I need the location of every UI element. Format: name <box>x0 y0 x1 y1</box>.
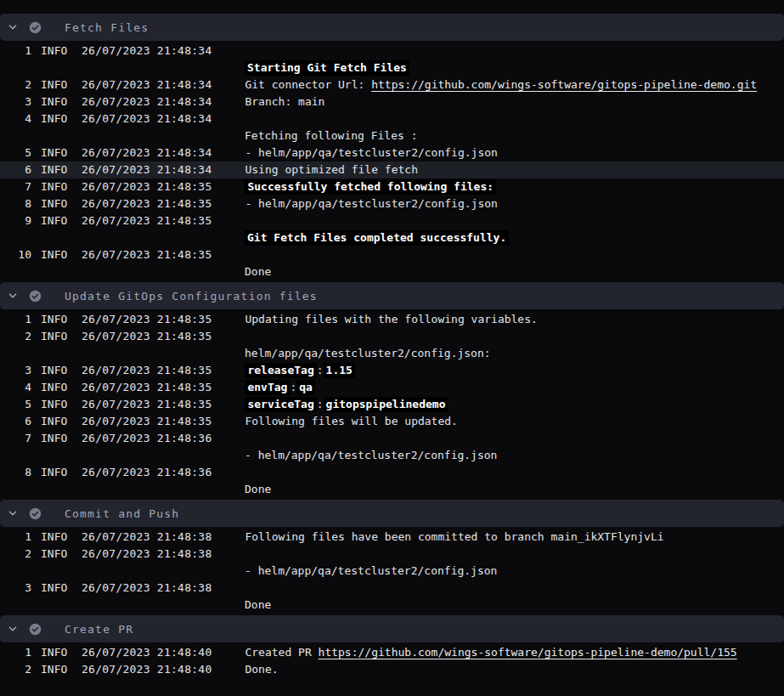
log-text: : <box>317 398 324 410</box>
line-number: 2 <box>0 661 31 678</box>
log-line: 6INFO26/07/2023 21:48:34Using optimized … <box>0 161 784 178</box>
chevron-down-icon[interactable] <box>7 290 19 302</box>
log-level: INFO <box>41 76 68 93</box>
log-link[interactable]: https://github.com/wings-software/gitops… <box>319 646 737 659</box>
log-line: 9INFO26/07/2023 21:48:35 <box>0 212 784 229</box>
log-level: INFO <box>41 396 68 413</box>
log-timestamp: 26/07/2023 21:48:35 <box>82 195 212 212</box>
log-text: Branch: main <box>245 95 324 108</box>
log-line: Git Fetch Files completed successfully. <box>0 229 784 246</box>
log-text: Done <box>245 598 271 611</box>
log-line: 7INFO26/07/2023 21:48:35Successfully fet… <box>0 178 784 195</box>
log-text: - helm/app/qa/testcluster2/config.json <box>245 564 497 577</box>
log-line: 1INFO26/07/2023 21:48:35Updating files w… <box>0 311 784 328</box>
log-line: helm/app/qa/testcluster2/config.json: <box>0 345 784 362</box>
log-text: Git Fetch Files completed successfully. <box>245 230 509 246</box>
log-timestamp: 26/07/2023 21:48:35 <box>82 311 212 328</box>
section-body-create-pr: 1INFO26/07/2023 21:48:40Created PR https… <box>0 642 784 680</box>
log-text: qa <box>296 380 315 395</box>
line-number: 7 <box>0 430 31 447</box>
log-link[interactable]: https://github.com/wings-software/gitops… <box>371 78 757 91</box>
log-level: INFO <box>41 546 68 563</box>
line-number: 1 <box>0 529 31 546</box>
log-text: Following files will be updated. <box>245 415 457 427</box>
line-number: 5 <box>0 396 31 413</box>
section-body-commit-and-push: 1INFO26/07/2023 21:48:38Following files … <box>0 527 784 615</box>
log-text: Using optimized file fetch <box>245 163 418 176</box>
line-number: 1 <box>0 644 31 661</box>
log-message: releaseTag:1.15 <box>245 362 354 379</box>
section-header-commit-and-push[interactable]: Commit and Push <box>0 500 784 527</box>
log-level: INFO <box>41 464 68 481</box>
log-timestamp: 26/07/2023 21:48:40 <box>82 661 212 678</box>
log-line: Starting Git Fetch Files <box>0 59 784 76</box>
log-message: Git Fetch Files completed successfully. <box>245 229 509 246</box>
log-line: 2INFO26/07/2023 21:48:40Done. <box>0 661 784 678</box>
log-level: INFO <box>41 195 68 212</box>
line-number: 3 <box>0 580 31 597</box>
log-message: Successfully fetched following files: <box>245 178 496 195</box>
log-text: - helm/app/qa/testcluster2/config.json <box>245 146 497 159</box>
log-line: - helm/app/qa/testcluster2/config.json <box>0 563 784 580</box>
success-check-icon <box>28 506 42 520</box>
log-message: serviceTag:gitopspipelinedemo <box>245 396 448 413</box>
log-sections-container: Fetch Files1INFO26/07/2023 21:48:34Start… <box>0 14 784 680</box>
log-text: Done <box>245 265 271 278</box>
log-line: 2INFO26/07/2023 21:48:38 <box>0 546 784 563</box>
log-line: 7INFO26/07/2023 21:48:36 <box>0 430 784 447</box>
log-timestamp: 26/07/2023 21:48:34 <box>82 144 212 161</box>
log-message: Starting Git Fetch Files <box>245 59 409 76</box>
log-text: Done <box>245 483 271 495</box>
log-level: INFO <box>41 161 68 178</box>
log-timestamp: 26/07/2023 21:48:34 <box>82 42 212 59</box>
log-line: 4INFO26/07/2023 21:48:34 <box>0 110 784 127</box>
line-number: 1 <box>0 311 31 328</box>
log-text: - helm/app/qa/testcluster2/config.json <box>245 449 497 461</box>
log-level: INFO <box>41 362 68 379</box>
log-text: Starting Git Fetch Files <box>245 60 409 76</box>
log-text: Created PR <box>245 646 318 659</box>
log-level: INFO <box>41 580 68 597</box>
log-timestamp: 26/07/2023 21:48:38 <box>82 580 212 597</box>
line-number: 8 <box>0 464 31 481</box>
log-message: Created PR https://github.com/wings-soft… <box>245 644 736 661</box>
log-level: INFO <box>41 644 68 661</box>
log-level: INFO <box>41 328 68 345</box>
log-timestamp: 26/07/2023 21:48:38 <box>82 546 212 563</box>
section-header-create-pr[interactable]: Create PR <box>0 615 784 642</box>
log-line: 5INFO26/07/2023 21:48:34- helm/app/qa/te… <box>0 144 784 161</box>
log-line: 1INFO26/07/2023 21:48:34 <box>0 42 784 59</box>
log-timestamp: 26/07/2023 21:48:40 <box>82 644 212 661</box>
line-number: 3 <box>0 362 31 379</box>
log-level: INFO <box>41 178 68 195</box>
log-text: releaseTag <box>245 363 316 378</box>
log-message: Git connector Url: https://github.com/wi… <box>245 76 757 93</box>
section-title: Update GitOps Configuration files <box>65 290 318 303</box>
log-line: Done <box>0 481 784 498</box>
line-number: 2 <box>0 328 31 345</box>
chevron-down-icon[interactable] <box>7 507 19 519</box>
log-timestamp: 26/07/2023 21:48:35 <box>82 212 212 229</box>
log-timestamp: 26/07/2023 21:48:35 <box>82 379 212 396</box>
log-level: INFO <box>41 430 68 447</box>
log-text: 1.15 <box>324 363 355 378</box>
log-line: 8INFO26/07/2023 21:48:35- helm/app/qa/te… <box>0 195 784 212</box>
console-log-viewer: Fetch Files1INFO26/07/2023 21:48:34Start… <box>0 0 784 680</box>
chevron-down-icon[interactable] <box>7 623 19 635</box>
log-line: 3INFO26/07/2023 21:48:35releaseTag:1.15 <box>0 362 784 379</box>
log-line: 2INFO26/07/2023 21:48:34Git connector Ur… <box>0 76 784 93</box>
log-message: - helm/app/qa/testcluster2/config.json <box>245 195 497 212</box>
log-line: 1INFO26/07/2023 21:48:38Following files … <box>0 529 784 546</box>
log-timestamp: 26/07/2023 21:48:34 <box>82 161 212 178</box>
chevron-down-icon[interactable] <box>7 21 19 33</box>
log-message: Following files will be updated. <box>245 413 457 430</box>
log-level: INFO <box>41 661 68 678</box>
log-timestamp: 26/07/2023 21:48:35 <box>82 328 212 345</box>
section-header-update-gitops-configuration-files[interactable]: Update GitOps Configuration files <box>0 282 784 309</box>
log-level: INFO <box>41 144 68 161</box>
log-level: INFO <box>41 413 68 430</box>
section-header-fetch-files[interactable]: Fetch Files <box>0 14 784 41</box>
log-level: INFO <box>41 379 68 396</box>
log-level: INFO <box>41 110 68 127</box>
log-line: 1INFO26/07/2023 21:48:40Created PR https… <box>0 644 784 661</box>
